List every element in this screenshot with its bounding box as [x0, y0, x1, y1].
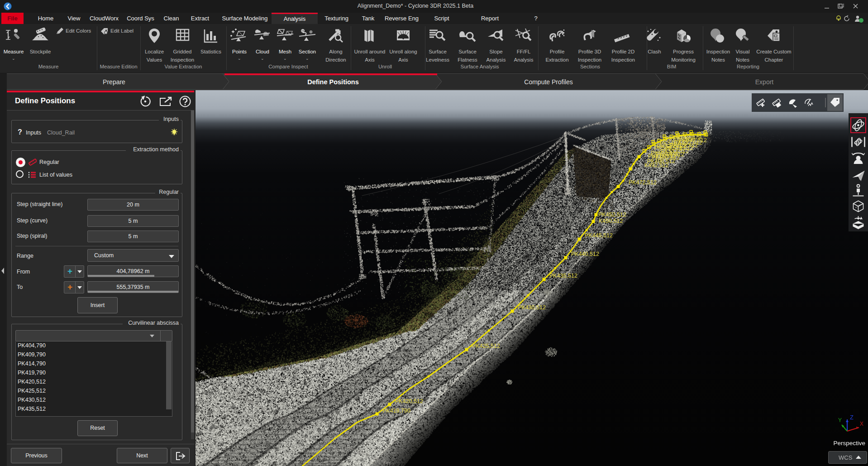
svg-text:Y: Y — [838, 417, 842, 423]
svg-text:Export: Export — [755, 78, 774, 86]
svg-text:X: X — [860, 421, 863, 427]
svg-text:Z: Z — [850, 414, 854, 421]
svg-text:Define Positions: Define Positions — [307, 78, 359, 86]
svg-text:Compute Profiles: Compute Profiles — [524, 78, 572, 86]
svg-text:Prepare: Prepare — [103, 78, 125, 86]
